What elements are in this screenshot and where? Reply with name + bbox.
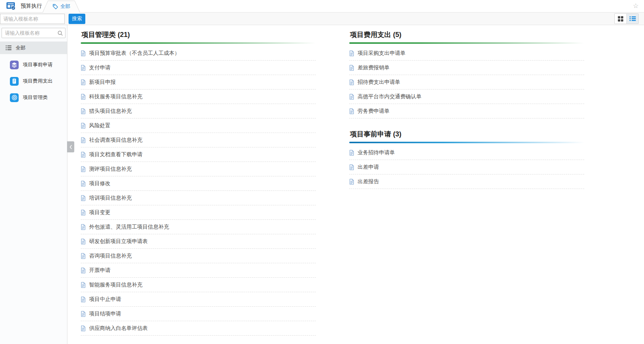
template-item-label: 项目变更 (89, 209, 110, 216)
section-accent-bar (349, 142, 584, 143)
template-search-input[interactable] (0, 14, 65, 24)
template-item[interactable]: 培训项目信息补充 (81, 191, 316, 205)
document-icon (349, 65, 354, 71)
template-item[interactable]: 高德平台市内交通费确认单 (349, 90, 584, 104)
sidebar-item-all[interactable]: 全部 (0, 42, 67, 54)
search-button[interactable]: 搜索 (69, 14, 85, 24)
template-item-label: 项目文档查看下载申请 (89, 151, 142, 158)
document-icon (81, 210, 86, 216)
template-item-label: 出差申请 (358, 164, 379, 171)
document-icon (81, 79, 86, 85)
document-icon (81, 253, 86, 259)
sidebar-item-label: 项目事前申请 (23, 61, 53, 68)
template-item[interactable]: 项目中止申请 (81, 292, 316, 307)
sidebar-item[interactable]: 项目事前申请 (0, 59, 67, 70)
document-icon (81, 238, 86, 245)
sidebar-item[interactable]: 项目管理类 (0, 92, 67, 103)
template-item[interactable]: 开票申请 (81, 263, 316, 278)
template-item[interactable]: 项目文档查看下载申请 (81, 147, 316, 162)
sidebar-collapse-button[interactable] (67, 141, 74, 152)
coil-icon (10, 93, 19, 102)
template-section: 项目管理类 (21) 项目预算审批表（不含员工人工成本）支付申请新项目申报科技服… (81, 30, 316, 336)
column-left: 项目管理类 (21) 项目预算审批表（不含员工人工成本）支付申请新项目申报科技服… (81, 30, 316, 336)
document-icon (349, 179, 354, 185)
template-item-label: 项目修改 (89, 180, 110, 187)
document-icon (81, 267, 86, 274)
template-item-label: 社会调查项目信息补充 (89, 137, 142, 144)
template-item-label: 差旅费报销单 (358, 64, 390, 71)
template-section: 项目事前申请 (3) 业务招待申请单出差申请出差报告 (349, 130, 584, 189)
template-item[interactable]: 咨询项目信息补充 (81, 249, 316, 263)
top-bar: 预算执行 全部 ☆ (0, 0, 644, 13)
tab-all[interactable]: 全部 (43, 0, 80, 13)
template-item-label: 供应商纳入白名单评估表 (89, 325, 148, 332)
document-icon (81, 65, 86, 71)
document-icon (10, 77, 19, 86)
template-item-label: 培训项目信息补充 (89, 195, 132, 202)
template-item[interactable]: 外包派遣、灵活用工项目信息补充 (81, 220, 316, 234)
favorite-star-icon[interactable]: ☆ (633, 3, 639, 9)
sidebar-category-list: 项目事前申请项目费用支出项目管理类 (0, 59, 67, 103)
template-item[interactable]: 差旅费报销单 (349, 61, 584, 75)
search-bar: 搜索 (0, 13, 644, 25)
document-icon (81, 137, 86, 143)
template-list: 业务招待申请单出差申请出差报告 (349, 146, 584, 189)
template-list: 项目预算审批表（不含员工人工成本）支付申请新项目申报科技服务项目信息补充猎头项目… (81, 46, 316, 336)
template-item-label: 项目结项申请 (89, 310, 121, 317)
grid-view-icon[interactable] (615, 14, 626, 24)
template-item-label: 项目预算审批表（不含员工人工成本） (89, 50, 180, 57)
document-icon (81, 195, 86, 201)
sidebar-item[interactable]: 项目费用支出 (0, 75, 67, 87)
document-icon (81, 94, 86, 100)
tag-icon (53, 4, 58, 10)
sidebar-item-label: 项目管理类 (23, 94, 48, 101)
template-item[interactable]: 社会调查项目信息补充 (81, 133, 316, 147)
document-icon (81, 311, 86, 317)
document-icon (349, 150, 354, 156)
sidebar-item-label: 项目费用支出 (23, 78, 53, 85)
template-item[interactable]: 招待费支出申请单 (349, 75, 584, 90)
template-item-label: 猎头项目信息补充 (89, 108, 132, 115)
template-item-label: 测评项目信息补充 (89, 166, 132, 173)
template-item-label: 高德平台市内交通费确认单 (358, 93, 422, 100)
document-icon (349, 94, 354, 100)
brand: 预算执行 (0, 2, 42, 10)
template-item[interactable]: 业务招待申请单 (349, 146, 584, 160)
template-item-label: 出差报告 (358, 178, 379, 185)
app-logo-icon (6, 2, 16, 10)
main-area: 全部 项目事前申请项目费用支出项目管理类 项目管理类 (21) 项目预算审批表（… (0, 25, 644, 344)
document-icon (81, 152, 86, 158)
page-title: 预算执行 (21, 3, 42, 10)
template-item[interactable]: 测评项目信息补充 (81, 162, 316, 176)
template-item[interactable]: 项目变更 (81, 205, 316, 220)
template-item[interactable]: 支付申请 (81, 61, 316, 75)
template-item[interactable]: 科技服务项目信息补充 (81, 90, 316, 104)
template-item[interactable]: 新项目申报 (81, 75, 316, 90)
section-accent-bar (81, 42, 316, 44)
sidebar-search-input[interactable] (2, 28, 66, 38)
document-icon (81, 50, 86, 56)
template-item[interactable]: 猎头项目信息补充 (81, 104, 316, 118)
layers-icon (10, 61, 19, 69)
document-icon (81, 123, 86, 129)
document-icon (349, 50, 354, 56)
template-item[interactable]: 智能服务项目信息补充 (81, 278, 316, 292)
document-icon (81, 282, 86, 288)
view-toggle-group (614, 13, 639, 24)
template-item[interactable]: 项目预算审批表（不含员工人工成本） (81, 46, 316, 61)
template-list: 项目采购支出申请单差旅费报销单招待费支出申请单高德平台市内交通费确认单劳务费申请… (349, 46, 584, 118)
template-item[interactable]: 项目结项申请 (81, 307, 316, 321)
template-item[interactable]: 供应商纳入白名单评估表 (81, 321, 316, 336)
template-item[interactable]: 项目修改 (81, 176, 316, 191)
list-view-icon[interactable] (626, 14, 638, 24)
template-item[interactable]: 出差申请 (349, 160, 584, 174)
section-heading: 项目费用支出 (5) (349, 30, 584, 42)
template-item-label: 智能服务项目信息补充 (89, 282, 142, 288)
template-item[interactable]: 劳务费申请单 (349, 104, 584, 118)
template-item[interactable]: 研发创新项目立项申请表 (81, 234, 316, 249)
template-item[interactable]: 项目采购支出申请单 (349, 46, 584, 61)
template-item-label: 招待费支出申请单 (358, 79, 400, 86)
template-item[interactable]: 风险处置 (81, 118, 316, 133)
template-item[interactable]: 出差报告 (349, 174, 584, 189)
template-section: 项目费用支出 (5) 项目采购支出申请单差旅费报销单招待费支出申请单高德平台市内… (349, 30, 584, 118)
